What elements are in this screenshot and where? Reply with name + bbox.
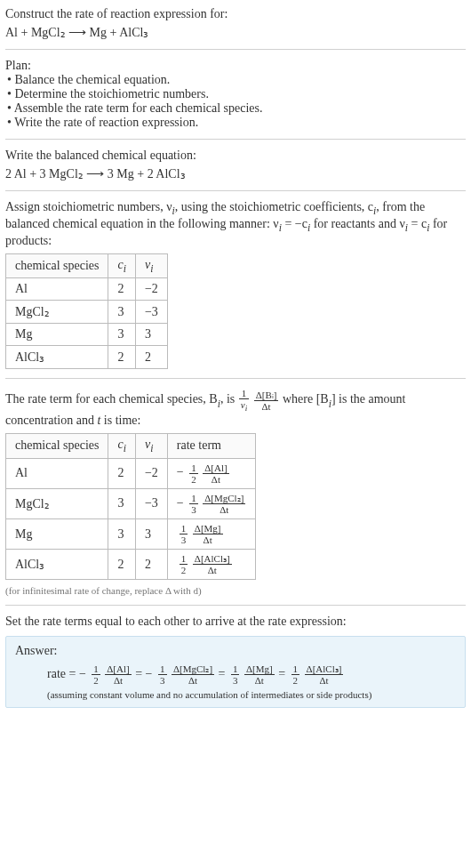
- cell-ci: 3: [108, 488, 135, 518]
- coef-fraction: 12: [180, 553, 188, 575]
- answer-label: Answer:: [15, 644, 456, 658]
- numerator: 1: [239, 388, 249, 399]
- intro-heading: Construct the rate of reaction expressio…: [5, 7, 466, 21]
- rateterm-note: (for infinitesimal rate of change, repla…: [5, 585, 466, 596]
- cell-rate: 13 Δ[Mg]Δt: [167, 518, 255, 549]
- table-row: Mg 3 3 13 Δ[Mg]Δt: [6, 518, 256, 549]
- denominator: 2: [189, 474, 198, 485]
- text: where [B: [283, 393, 329, 406]
- text: , using the stoichiometric coefficients,…: [175, 200, 373, 213]
- denominator: 3: [180, 534, 188, 545]
- stoich-intro: Assign stoichiometric numbers, νi, using…: [5, 200, 466, 248]
- cell-species: AlCl₃: [6, 346, 108, 369]
- denominator: Δt: [203, 474, 228, 485]
- denominator: 2: [291, 675, 300, 686]
- cell-rate: − 13 Δ[MgCl₂]Δt: [167, 488, 255, 518]
- cell-ci: 2: [108, 550, 135, 580]
- numerator: 1: [92, 663, 100, 675]
- cell-species: Al: [6, 458, 108, 488]
- coef-fraction: 13: [189, 493, 198, 515]
- delta-fraction: Δ[MgCl₂]Δt: [172, 663, 214, 686]
- text: = c: [408, 217, 427, 230]
- cell-vi: 2: [135, 346, 167, 369]
- plan-item: • Balance the chemical equation.: [7, 73, 466, 87]
- denominator: 3: [231, 675, 240, 686]
- intro-equation: Al + MgCl₂ ⟶ Mg + AlCl₃: [5, 25, 466, 40]
- cell-rate: 12 Δ[AlCl₃]Δt: [167, 550, 255, 580]
- equals: =: [278, 667, 288, 680]
- delta-fraction: Δ[AlCl₃]Δt: [305, 663, 344, 686]
- text: The rate term for each chemical species,…: [5, 393, 218, 406]
- col-rate: rate term: [167, 433, 255, 458]
- table-row: Al 2 −2: [6, 278, 168, 301]
- delta-fraction: Δ[Al]Δt: [105, 663, 131, 686]
- plan-item-text: Balance the chemical equation.: [14, 73, 170, 86]
- cell-vi: 3: [135, 518, 167, 549]
- numerator: Δ[Al]: [203, 462, 228, 474]
- numerator: Δ[AlCl₃]: [305, 663, 344, 675]
- plan-item: • Write the rate of reaction expression.: [7, 116, 466, 130]
- numerator: 1: [189, 493, 198, 504]
- cell-ci: 2: [108, 278, 135, 301]
- numerator: Δ[AlCl₃]: [193, 553, 232, 565]
- numerator: Δ[MgCl₂]: [172, 663, 214, 675]
- denominator: Δt: [193, 565, 232, 575]
- rate-label: rate =: [47, 667, 79, 680]
- denominator: Δt: [254, 401, 279, 412]
- cell-vi: −3: [135, 488, 167, 518]
- cell-vi: −2: [135, 458, 167, 488]
- numerator: 1: [231, 663, 240, 675]
- table-row: MgCl₂ 3 −3 − 13 Δ[MgCl₂]Δt: [6, 488, 256, 518]
- equals: =: [219, 667, 228, 680]
- table-row: MgCl₂ 3 −3: [6, 301, 168, 324]
- divider: [5, 190, 466, 191]
- fraction: Δ[Bᵢ]Δt: [254, 390, 279, 412]
- coef-fraction: 12: [189, 462, 198, 485]
- numerator: 1: [291, 663, 300, 675]
- table-header-row: chemical species ci νi rate term: [6, 433, 256, 458]
- answer-note: (assuming constant volume and no accumul…: [47, 689, 456, 700]
- cell-vi: 2: [135, 550, 167, 580]
- delta-fraction: Δ[Mg]Δt: [193, 523, 223, 545]
- cell-vi: −2: [135, 278, 167, 301]
- final-section: Set the rate terms equal to each other t…: [5, 615, 466, 708]
- denominator: 2: [92, 675, 100, 686]
- coef-fraction: 13: [180, 523, 188, 545]
- balanced-equation: 2 Al + 3 MgCl₂ ⟶ 3 Mg + 2 AlCl₃: [5, 166, 466, 181]
- text: , is: [220, 393, 238, 406]
- cell-species: Al: [6, 278, 108, 301]
- sign: −: [79, 667, 86, 680]
- rateterm-table: chemical species ci νi rate term Al 2 −2…: [5, 433, 256, 581]
- cell-ci: 2: [108, 458, 135, 488]
- plan-heading: Plan:: [5, 59, 466, 73]
- table-row: AlCl₃ 2 2 12 Δ[AlCl₃]Δt: [6, 550, 256, 580]
- sign: −: [146, 667, 153, 680]
- cell-ci: 3: [108, 518, 135, 549]
- balanced-heading: Write the balanced chemical equation:: [5, 149, 466, 163]
- col-vi: νi: [135, 253, 167, 278]
- col-vi: νi: [135, 433, 167, 458]
- delta-fraction: Δ[Al]Δt: [203, 462, 228, 485]
- rate-expression: rate = − 12 Δ[Al]Δt = − 13 Δ[MgCl₂]Δt = …: [47, 663, 456, 686]
- coef-fraction: 13: [158, 663, 167, 686]
- cell-species: MgCl₂: [6, 301, 108, 324]
- text: is time:: [100, 414, 140, 427]
- denominator: Δt: [105, 675, 131, 686]
- numerator: 1: [180, 523, 188, 534]
- numerator: Δ[MgCl₂]: [203, 493, 245, 504]
- balanced-section: Write the balanced chemical equation: 2 …: [5, 149, 466, 181]
- divider: [5, 378, 466, 379]
- denominator: νi: [239, 399, 249, 413]
- cell-rate: − 12 Δ[Al]Δt: [167, 458, 255, 488]
- rateterm-section: The rate term for each chemical species,…: [5, 388, 466, 596]
- coef-fraction: 12: [92, 663, 100, 686]
- col-ci: ci: [108, 253, 135, 278]
- cell-species: Mg: [6, 324, 108, 346]
- cell-vi: −3: [135, 301, 167, 324]
- numerator: Δ[Bᵢ]: [254, 390, 279, 401]
- numerator: 1: [158, 663, 167, 675]
- coef-fraction: 12: [291, 663, 300, 686]
- sign: −: [177, 496, 184, 510]
- numerator: 1: [189, 462, 198, 474]
- divider: [5, 49, 466, 50]
